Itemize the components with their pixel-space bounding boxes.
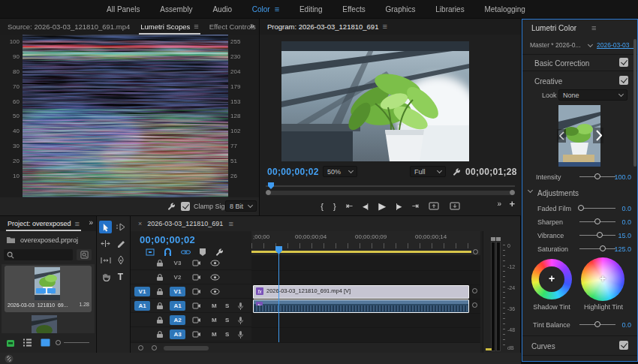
razor-tool[interactable]	[114, 237, 127, 250]
workspace-tab-color[interactable]: Color ≡	[252, 5, 279, 14]
mark-in-button[interactable]: {	[321, 202, 323, 211]
add-marker-icon[interactable]	[199, 248, 206, 257]
playback-resolution-select[interactable]: Full	[410, 166, 446, 177]
source-patch-video[interactable]: V1	[134, 287, 150, 296]
linked-selection-icon[interactable]	[181, 248, 191, 256]
workspace-menu-icon[interactable]: ≡	[275, 5, 279, 14]
track-target-a2[interactable]: A2	[170, 315, 185, 325]
solo-button[interactable]: S	[225, 317, 229, 323]
zoom-level-select[interactable]: 50%	[323, 166, 357, 177]
step-forward-button[interactable]: |▶	[396, 203, 401, 210]
pen-tool[interactable]	[114, 254, 127, 266]
track-target-a3[interactable]: A3	[170, 329, 185, 339]
track-select-forward-tool[interactable]	[114, 221, 127, 233]
vibrance-value[interactable]: 15.0	[606, 232, 631, 239]
mute-button[interactable]: M	[212, 317, 217, 323]
link-icon[interactable]	[5, 354, 14, 363]
track-lock-icon[interactable]	[156, 316, 164, 324]
go-to-in-button[interactable]: ⇤	[346, 201, 352, 211]
type-tool[interactable]: T	[114, 270, 127, 283]
ripple-edit-tool[interactable]	[99, 237, 112, 250]
timeline-scrollbar[interactable]	[164, 346, 209, 350]
program-settings-wrench-icon[interactable]	[452, 167, 461, 176]
look-select[interactable]: None	[558, 89, 627, 101]
sync-lock-icon[interactable]	[192, 274, 201, 281]
timeline-current-timecode[interactable]: 00;00;00;02	[140, 234, 195, 245]
zoom-out-handle[interactable]	[138, 345, 143, 350]
work-area-bar[interactable]	[251, 251, 471, 253]
source-patch-audio[interactable]: A1	[134, 301, 150, 311]
track-scroll-handle[interactable]	[472, 302, 477, 308]
tab-source-monitor[interactable]: Source: 2026-03-03_121810_691.mp4	[6, 19, 131, 35]
active-clip-name[interactable]: 2026-03-03_1...	[597, 41, 636, 49]
track-lock-icon[interactable]	[156, 302, 164, 310]
highlight-tint-wheel[interactable]: +	[581, 257, 624, 301]
track-target-v3[interactable]: V3	[170, 258, 185, 268]
workspace-tab-metalogging[interactable]: Metalogging	[484, 5, 525, 14]
faded-film-value[interactable]: 0.0	[606, 205, 631, 212]
play-button[interactable]: ▶	[378, 200, 385, 212]
creative-section-label[interactable]: Creative	[534, 77, 562, 86]
panel-menu-icon[interactable]: ≡	[75, 220, 80, 228]
audio-clip[interactable]: fx	[253, 299, 469, 313]
chevron-down-icon[interactable]	[588, 42, 593, 47]
nest-toggle-icon[interactable]	[146, 248, 155, 257]
step-back-button[interactable]: ◀|	[363, 203, 368, 210]
clip-name[interactable]: 2026-03-03_121810_69...	[8, 302, 78, 308]
program-scroll-bar[interactable]	[266, 191, 515, 195]
adjustments-section-label[interactable]: Adjustments	[537, 189, 579, 197]
selection-tool[interactable]	[99, 221, 112, 233]
solo-button[interactable]: S	[225, 331, 229, 338]
icon-view-button[interactable]	[41, 338, 50, 347]
zoom-in-handle[interactable]	[152, 345, 157, 350]
snap-icon[interactable]	[164, 248, 172, 257]
tab-sequence[interactable]: × 2026-03-03_121810_691 ≡	[137, 216, 235, 231]
solo-button[interactable]: S	[225, 302, 229, 309]
track-output-eye-icon[interactable]	[210, 288, 220, 295]
workspace-tab-effects[interactable]: Effects	[342, 5, 365, 14]
panel-menu-icon[interactable]: ≡	[194, 23, 198, 31]
project-clip-item-partial[interactable]	[5, 315, 92, 333]
bit-depth-select[interactable]: 8 Bit	[225, 200, 257, 212]
curves-checkbox[interactable]	[619, 341, 628, 350]
basic-correction-checkbox[interactable]	[619, 58, 628, 67]
scroll-handle[interactable]	[510, 190, 515, 195]
workspace-tab-graphics[interactable]: Graphics	[385, 5, 415, 14]
track-lock-icon[interactable]	[156, 330, 164, 338]
workspace-tab-assembly[interactable]: Assembly	[160, 5, 192, 14]
sync-lock-icon[interactable]	[192, 302, 201, 309]
scope-settings-wrench-icon[interactable]	[167, 202, 176, 211]
project-clip-item[interactable]: 2026-03-03_121810_69... 1.28	[5, 266, 92, 312]
look-next-arrow[interactable]	[593, 128, 603, 143]
video-clip[interactable]: fx 2026-03-03_121810_691.mp4 [V]	[253, 285, 469, 299]
tab-program-monitor[interactable]: Program: 2026-03-03_121810_691 ≡	[266, 19, 389, 35]
track-output-eye-icon[interactable]	[210, 274, 220, 281]
mark-out-button[interactable]: }	[333, 202, 336, 211]
program-current-timecode[interactable]: 00;00;00;02	[267, 167, 319, 177]
track-target-v2[interactable]: V2	[170, 272, 185, 282]
tint-balance-value[interactable]: 0.0	[606, 321, 631, 329]
panel-menu-icon[interactable]: ≡	[382, 23, 387, 31]
tab-overflow-icon[interactable]: »	[89, 218, 93, 227]
sharpen-value[interactable]: 0.0	[606, 218, 631, 226]
lumetri-scrollbar[interactable]	[633, 39, 636, 167]
extract-button[interactable]	[450, 202, 460, 210]
timeline-settings-wrench-icon[interactable]	[215, 248, 224, 257]
clip-thumbnail[interactable]	[35, 267, 60, 300]
thumbnail-zoom-out-handle[interactable]	[56, 340, 61, 345]
workspace-tab-libraries[interactable]: Libraries	[435, 5, 464, 14]
workspace-tab-audio[interactable]: Audio	[212, 5, 232, 14]
sync-lock-icon[interactable]	[192, 317, 201, 323]
curves-section-label[interactable]: Curves	[531, 342, 555, 350]
tab-lumetri-scopes[interactable]: Lumetri Scopes ≡	[139, 19, 200, 35]
voiceover-mic-icon[interactable]	[237, 316, 244, 325]
timeline-playhead-line[interactable]	[278, 254, 279, 342]
sync-lock-icon[interactable]	[192, 260, 201, 266]
mute-button[interactable]: M	[212, 302, 217, 309]
track-lock-icon[interactable]	[156, 259, 164, 267]
program-seek-bar[interactable]	[266, 182, 515, 190]
hand-tool[interactable]	[99, 270, 112, 283]
track-output-eye-icon[interactable]	[210, 260, 220, 266]
program-playhead[interactable]	[268, 182, 274, 189]
lift-button[interactable]	[429, 202, 439, 210]
